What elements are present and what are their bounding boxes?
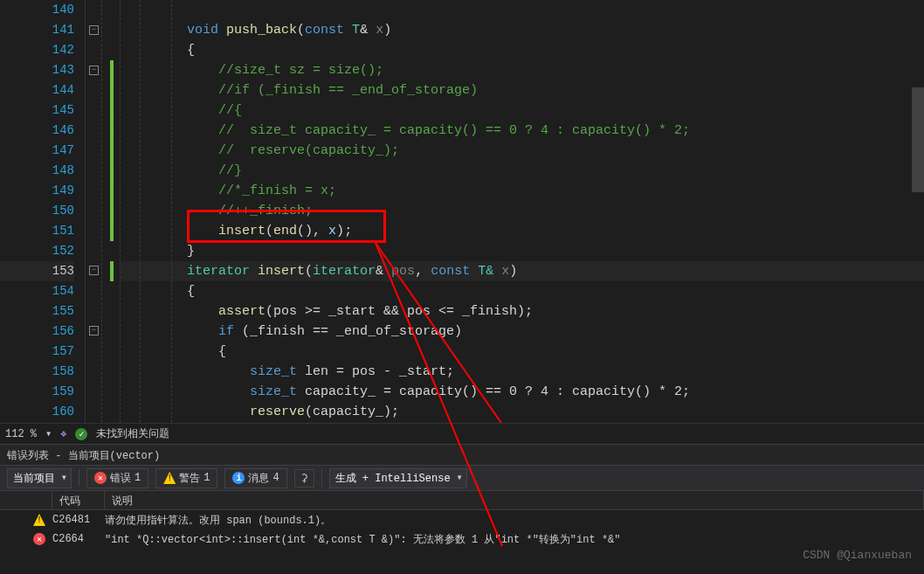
warnings-filter-button[interactable]: ! 警告 1	[155, 468, 217, 488]
code-line: reserve(capacity_);	[121, 402, 924, 422]
line-number-gutter: 1401411421431441451461471481491501511521…	[0, 0, 86, 423]
code-line: //*_finish = x;	[121, 181, 924, 201]
code-line: // size_t capacity_ = capacity() == 0 ? …	[121, 121, 924, 141]
code-content[interactable]: void push_back(const T& x) { //size_t sz…	[121, 0, 924, 423]
error-code: C2664	[52, 533, 105, 545]
code-line: {	[121, 40, 924, 60]
code-line: void push_back(const T& x)	[121, 20, 924, 40]
code-line: if (_finish == _end_of_storage)	[121, 322, 924, 342]
code-line-current: iterator insert(iterator& pos, const T& …	[121, 261, 924, 281]
fold-toggle[interactable]: −	[89, 66, 99, 75]
error-list-title: 错误列表 - 当前项目(vector)	[0, 444, 924, 465]
code-line: //{	[121, 100, 924, 121]
zoom-level[interactable]: 112 %	[5, 428, 37, 440]
warning-icon: !	[163, 472, 176, 484]
divider	[79, 469, 79, 487]
code-line: insert(end(), x);	[121, 221, 924, 241]
info-icon: i	[232, 472, 245, 484]
error-list-toolbar: 当前项目 ✕ 错误 1 ! 警告 1 i 消息 4 ⚳ 生成 + Intelli…	[0, 465, 924, 491]
code-line: assert(pos >= _start && pos <= _finish);	[121, 301, 924, 322]
table-row[interactable]: ! C26481 请勿使用指针算法。改用 span (bounds.1)。	[0, 510, 924, 529]
fold-toggle[interactable]: −	[89, 25, 99, 35]
errors-filter-button[interactable]: ✕ 错误 1	[86, 468, 148, 488]
zoom-dropdown-icon[interactable]: ▾	[45, 427, 52, 440]
error-description: 请勿使用指针算法。改用 span (bounds.1)。	[105, 513, 924, 528]
messages-count: 4	[272, 472, 279, 484]
scrollbar-thumb[interactable]	[912, 87, 924, 192]
errors-label: 错误	[110, 471, 131, 486]
fold-toggle[interactable]: −	[89, 266, 99, 275]
change-marker	[110, 261, 114, 281]
column-code[interactable]: 代码	[52, 491, 105, 509]
warning-icon: !	[33, 514, 45, 526]
error-icon: ✕	[33, 533, 45, 545]
fold-toggle[interactable]: −	[89, 326, 99, 335]
code-line: // reserve(capacity_);	[121, 141, 924, 161]
code-line: //size_t sz = size();	[121, 60, 924, 80]
code-line: //}	[121, 161, 924, 181]
code-line: {	[121, 281, 924, 301]
scope-dropdown[interactable]: 当前项目	[7, 468, 72, 488]
code-line: {	[121, 342, 924, 362]
messages-filter-button[interactable]: i 消息 4	[224, 468, 286, 488]
code-line: //if (_finish == _end_of_storage)	[121, 80, 924, 100]
code-line: //++_finish;	[121, 201, 924, 221]
intellisense-icon[interactable]: ❖	[60, 427, 66, 440]
errors-count: 1	[134, 472, 141, 484]
code-editor[interactable]: 1401411421431441451461471481491501511521…	[0, 0, 924, 423]
code-line: }	[121, 241, 924, 261]
watermark: CSDN @Qianxueban	[803, 549, 912, 562]
issues-status: 未找到相关问题	[96, 426, 169, 441]
error-code: C26481	[52, 514, 105, 526]
table-row[interactable]: ✕ C2664 "int *Q::vector<int>::insert(int…	[0, 529, 924, 549]
error-description: "int *Q::vector<int>::insert(int *&,cons…	[105, 532, 924, 547]
messages-label: 消息	[248, 471, 269, 486]
code-line	[121, 0, 924, 20]
code-line: size_t len = pos - _start;	[121, 362, 924, 382]
divider	[321, 469, 322, 487]
code-line: size_t capacity_ = capacity() == 0 ? 4 :…	[121, 382, 924, 402]
change-marker	[110, 60, 114, 241]
error-icon: ✕	[94, 472, 107, 484]
check-icon: ✓	[75, 428, 87, 440]
fold-gutter: − − − −	[86, 0, 121, 423]
column-description[interactable]: 说明	[105, 491, 924, 509]
build-source-dropdown[interactable]: 生成 + IntelliSense	[329, 468, 467, 488]
warnings-count: 1	[203, 472, 210, 484]
error-table-header: 代码 说明	[0, 491, 924, 510]
editor-status-bar: 112 % ▾ ❖ ✓ 未找到相关问题	[0, 423, 924, 444]
warnings-label: 警告	[179, 471, 200, 486]
clear-filter-button[interactable]: ⚳	[294, 469, 314, 488]
